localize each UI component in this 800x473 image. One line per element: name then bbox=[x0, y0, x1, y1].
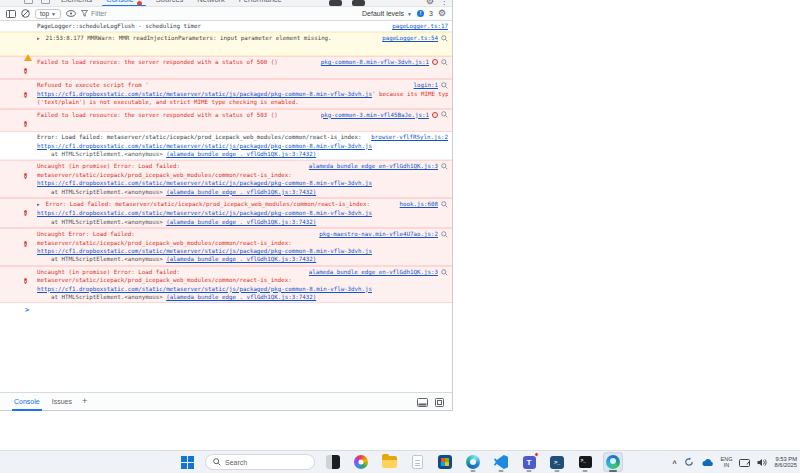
message-link[interactable]: https://cf1.dropboxstatic.com/static/met… bbox=[37, 210, 372, 216]
clock[interactable]: 9:53 PM 8/6/2025 bbox=[774, 456, 797, 469]
message-line: at HTMLScriptElement.<anonymous> (alamed… bbox=[37, 150, 448, 158]
execution-context-selector[interactable]: top ▼ bbox=[35, 9, 61, 19]
message-link[interactable]: https://cf1.dropboxstatic.com/static/met… bbox=[37, 286, 372, 292]
dock-bottom-icon[interactable] bbox=[417, 393, 428, 411]
dark-app-taskbar-button[interactable] bbox=[323, 452, 343, 472]
message-text: Failed to load resource: the server resp… bbox=[37, 58, 315, 66]
teams-taskbar-button[interactable]: T bbox=[519, 452, 539, 472]
drawer-tab-issues[interactable]: Issues bbox=[46, 393, 78, 411]
message-content: ▶ 21:53:8.177 MMRWarn: MMR readInjection… bbox=[37, 34, 448, 43]
microsoft-store-taskbar-button[interactable] bbox=[435, 452, 455, 472]
message-link[interactable]: (alameda_bundle_edge_._vflGdh1QK.js:3:74… bbox=[166, 189, 316, 195]
tab-console[interactable]: Console bbox=[99, 0, 149, 6]
message-text: at HTMLScriptElement.<anonymous> (alamed… bbox=[37, 188, 448, 196]
console-settings-icon[interactable]: ⚙ bbox=[438, 9, 446, 18]
levels-label: Default levels bbox=[362, 10, 404, 17]
edge-taskbar-button[interactable] bbox=[603, 452, 623, 472]
search-icon[interactable] bbox=[441, 35, 448, 42]
message-link[interactable]: (alameda_bundle_edge_._vflGdh1QK.js:3:74… bbox=[166, 151, 316, 157]
filter-placeholder: Filter bbox=[91, 10, 107, 17]
search-icon[interactable] bbox=[441, 59, 448, 66]
device-toolbar-icon[interactable] bbox=[41, 0, 50, 4]
message-segment: metaserver/static/icepack/prod_icepack_w… bbox=[37, 172, 292, 178]
issue-icon[interactable] bbox=[432, 59, 438, 65]
file-explorer-taskbar-button[interactable] bbox=[379, 452, 399, 472]
hidden-icons-chevron-icon[interactable]: ^ bbox=[672, 460, 676, 467]
photos-taskbar-button[interactable] bbox=[351, 452, 371, 472]
source-link[interactable]: alameda_bundle_edge_en-vflGdh1QK.js:3 bbox=[309, 162, 438, 170]
add-drawer-tab-button[interactable]: + bbox=[82, 397, 87, 406]
tab-elements[interactable]: Elements bbox=[54, 0, 99, 6]
tab-performance[interactable]: Performance bbox=[232, 0, 289, 6]
sync-icon[interactable] bbox=[684, 453, 694, 471]
message-link[interactable]: (alameda_bundle_edge_._vflGdh1QK.js:3:74… bbox=[166, 219, 316, 225]
notepad-taskbar-button[interactable] bbox=[407, 452, 427, 472]
taskbar-search[interactable]: Search bbox=[205, 454, 315, 470]
powershell-taskbar-button[interactable]: >_ bbox=[547, 452, 567, 472]
source-link[interactable]: pkg-common-8.min-vflw-3dvh.js:1 bbox=[321, 58, 429, 66]
speaker-icon[interactable] bbox=[757, 453, 767, 471]
source-link[interactable]: pkg-maestro-nav.min-vfle4U7ao.js:2 bbox=[319, 230, 438, 238]
message-link[interactable]: https://cf1.dropboxstatic.com/static/met… bbox=[37, 180, 372, 186]
vscode-taskbar-button[interactable] bbox=[491, 452, 511, 472]
source-link[interactable]: alameda_bundle_edge_en-vflGdh1QK.js:3 bbox=[309, 268, 438, 276]
tab-sources[interactable]: Sources bbox=[149, 0, 191, 6]
filter-input[interactable]: Filter bbox=[81, 10, 357, 17]
terminal-taskbar-button[interactable]: >_ bbox=[575, 452, 595, 472]
search-icon[interactable] bbox=[441, 269, 448, 276]
search-icon[interactable] bbox=[441, 111, 448, 118]
message-link[interactable]: (alameda_bundle_edge_._vflGdh1QK.js:3:74… bbox=[166, 256, 316, 262]
source-link[interactable]: login:1 bbox=[414, 81, 438, 89]
inspect-element-icon[interactable] bbox=[24, 0, 33, 4]
source-link[interactable]: pageLogger.ts:17 bbox=[392, 22, 448, 30]
devtools-settings-icon[interactable]: ⚙ bbox=[426, 0, 434, 6]
expand-triangle-icon[interactable]: ▶ bbox=[37, 36, 42, 41]
language-indicator[interactable]: ENG IN bbox=[721, 456, 733, 468]
devtools-menu-icon[interactable]: ⋮ bbox=[440, 0, 448, 6]
message-line: metaserver/static/icepack/prod_icepack_w… bbox=[37, 239, 448, 247]
message-link[interactable]: https://cf1.dropboxstatic.com/static/met… bbox=[37, 248, 372, 254]
source-link[interactable]: hook.js:608 bbox=[400, 200, 438, 208]
search-icon[interactable] bbox=[441, 163, 448, 170]
running-indicator bbox=[555, 470, 560, 472]
console-prompt[interactable]: > bbox=[0, 303, 452, 316]
extension-badge-icon[interactable] bbox=[352, 0, 365, 6]
expand-triangle-icon[interactable]: ▶ bbox=[37, 202, 42, 207]
source-link[interactable]: pageLogger.ts:54 bbox=[382, 34, 438, 42]
search-icon[interactable] bbox=[441, 201, 448, 208]
message-line: Failed to load resource: the server resp… bbox=[37, 58, 448, 66]
microsoft-store-icon bbox=[438, 455, 452, 469]
message-content: Failed to load resource: the server resp… bbox=[37, 111, 448, 119]
badge-column: ✕ bbox=[24, 268, 33, 287]
issue-icon[interactable] bbox=[432, 112, 438, 118]
console-sidebar-icon[interactable] bbox=[6, 10, 16, 18]
copilot-taskbar-button[interactable] bbox=[463, 452, 483, 472]
touch-keyboard-icon[interactable] bbox=[739, 453, 750, 471]
issues-count[interactable]: 3 bbox=[429, 10, 433, 17]
open-panel-icon[interactable] bbox=[435, 393, 444, 411]
error-icon: ✕ bbox=[24, 241, 27, 247]
message-segment: Uncaught Error: Load failed: bbox=[37, 231, 135, 237]
onedrive-icon[interactable] bbox=[701, 453, 714, 471]
search-icon[interactable] bbox=[441, 82, 448, 89]
message-text: metaserver/static/icepack/prod_icepack_w… bbox=[37, 276, 448, 284]
search-icon[interactable] bbox=[441, 231, 448, 238]
message-text: Uncaught Error: Load failed: bbox=[37, 230, 313, 238]
source-link[interactable]: pkg-common-3.min-vfl45BaJe.js:1 bbox=[321, 111, 429, 119]
filter-funnel-icon bbox=[81, 10, 88, 17]
message-link[interactable]: https://cf1.dropboxstatic.com/static/met… bbox=[37, 143, 372, 149]
issues-icon[interactable]: ! bbox=[417, 10, 424, 17]
clear-console-icon[interactable] bbox=[21, 9, 30, 18]
message-segment: at HTMLScriptElement.<anonymous> bbox=[37, 151, 166, 157]
extension-badge-icon[interactable] bbox=[329, 0, 342, 6]
badge-column: ✕ bbox=[24, 231, 33, 250]
console-messages: PageLogger::scheduleLogFlush - schedulin… bbox=[0, 21, 452, 392]
message-link[interactable]: (alameda_bundle_edge_._vflGdh1QK.js:3:74… bbox=[166, 294, 316, 300]
log-levels-dropdown[interactable]: Default levels ▼ bbox=[362, 10, 412, 17]
start-button[interactable] bbox=[177, 452, 197, 472]
eye-icon[interactable] bbox=[66, 10, 76, 17]
source-link[interactable]: browser-vflfRSyln.js:2 bbox=[371, 133, 448, 141]
tab-network[interactable]: Network bbox=[190, 0, 232, 6]
drawer-tab-console[interactable]: Console bbox=[8, 393, 46, 411]
message-link[interactable]: https://cf1.dropboxstatic.com/static/met… bbox=[37, 91, 372, 97]
